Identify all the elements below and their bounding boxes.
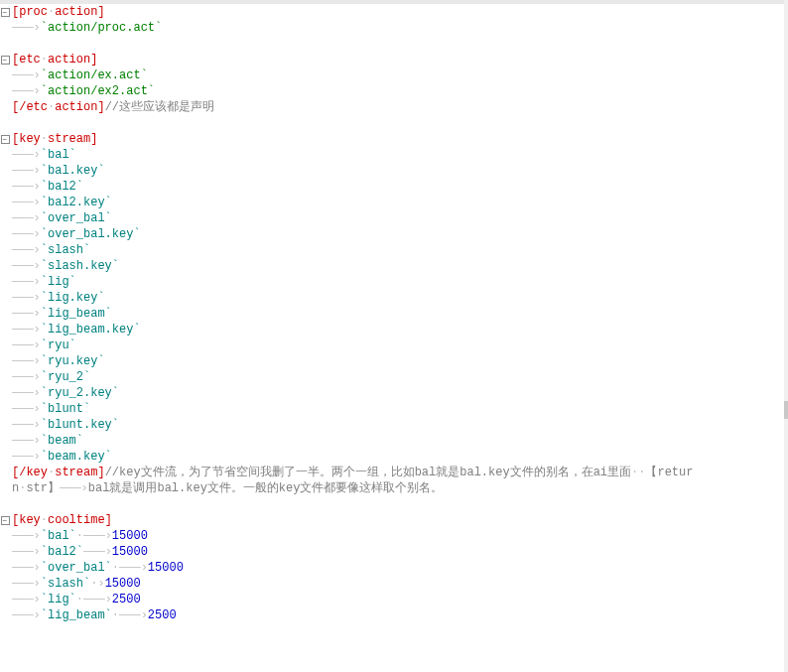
- vertical-scrollbar-track[interactable]: [784, 0, 788, 672]
- token: 【retur: [645, 466, 693, 479]
- token: ───›: [12, 21, 41, 35]
- code-line[interactable]: −[proc·action]: [0, 4, 784, 20]
- line-content: ───›`blunt`: [10, 401, 90, 417]
- token: ───›: [12, 545, 41, 559]
- code-line[interactable]: ───›`lig`·───›2500: [0, 592, 784, 607]
- code-line[interactable]: ───›`beam`: [0, 433, 784, 449]
- code-line[interactable]: ───›`beam.key`: [0, 449, 784, 465]
- token: ───›: [12, 164, 41, 178]
- fold-minus-icon[interactable]: −: [1, 135, 10, 144]
- token: ───›: [60, 481, 88, 495]
- code-line[interactable]: −[key·stream]: [0, 131, 784, 147]
- token: `ryu.key`: [41, 354, 105, 368]
- token: [/etc: [12, 100, 48, 114]
- line-content: ───›`bal2.key`: [10, 195, 112, 210]
- code-editor[interactable]: −[proc·action]───›`action/proc.act`−[etc…: [0, 4, 784, 672]
- code-line[interactable]: ───›`bal`: [0, 147, 784, 163]
- token: ··: [631, 466, 645, 479]
- code-line[interactable]: ───›`ryu_2`: [0, 369, 784, 385]
- token: ───›: [12, 529, 41, 543]
- token: [key: [12, 132, 41, 146]
- token: `slash.key`: [41, 259, 119, 273]
- token: ───›: [12, 593, 41, 606]
- line-content: ───›`over_bal.key`: [10, 226, 141, 242]
- code-line[interactable]: ───›`action/ex2.act`: [0, 83, 784, 99]
- code-line[interactable]: ───›`ryu.key`: [0, 353, 784, 369]
- token: ───›: [12, 386, 41, 400]
- code-line[interactable]: ───›`ryu_2.key`: [0, 385, 784, 401]
- token: `over_bal`: [41, 211, 112, 225]
- fold-gutter[interactable]: −: [0, 135, 10, 144]
- code-line[interactable]: ───›`bal`·───›15000: [0, 528, 784, 544]
- token: ·›: [90, 577, 104, 591]
- line-content: ───›`lig`: [10, 274, 76, 290]
- code-line[interactable]: ───›`action/ex.act`: [0, 67, 784, 83]
- token: ───›: [12, 68, 41, 82]
- token: ·───›: [76, 593, 112, 606]
- token: `over_bal`: [41, 561, 112, 575]
- code-line[interactable]: ───›`blunt.key`: [0, 417, 784, 433]
- line-content: ───›`lig_beam`: [10, 306, 112, 322]
- token: ───›: [12, 196, 41, 209]
- code-line[interactable]: [0, 36, 784, 52]
- token: `action/ex2.act`: [41, 84, 155, 98]
- fold-gutter[interactable]: −: [0, 56, 10, 65]
- line-content: ───›`action/ex2.act`: [10, 83, 155, 99]
- code-line[interactable]: ───›`lig.key`: [0, 290, 784, 306]
- fold-gutter[interactable]: −: [0, 8, 10, 17]
- code-line[interactable]: [0, 115, 784, 131]
- code-line[interactable]: ───›`lig_beam`: [0, 306, 784, 322]
- token: `blunt`: [41, 402, 90, 416]
- code-line[interactable]: ───›`ryu`: [0, 337, 784, 353]
- token: ·: [41, 132, 48, 146]
- token: ·───›: [76, 529, 112, 543]
- token: 15000: [112, 529, 148, 543]
- code-line[interactable]: ───›`over_bal.key`: [0, 226, 784, 242]
- token: `bal.key`: [41, 164, 105, 178]
- token: `bal2`: [41, 180, 83, 194]
- line-content: ───›`lig_beam.key`: [10, 322, 141, 337]
- code-line[interactable]: n·str】───›bal就是调用bal.key文件。一般的key文件都要像这样…: [0, 480, 784, 496]
- token: [key: [12, 513, 41, 527]
- code-line[interactable]: ───›`lig_beam.key`: [0, 322, 784, 337]
- code-line[interactable]: −[etc·action]: [0, 52, 784, 67]
- code-line[interactable]: ───›`blunt`: [0, 401, 784, 417]
- code-line[interactable]: ───›`lig_beam`·───›2500: [0, 607, 784, 623]
- code-line[interactable]: [/key·stream]//key文件流，为了节省空间我删了一半。两个一组，比…: [0, 465, 784, 480]
- code-line[interactable]: ───›`slash.key`: [0, 258, 784, 274]
- code-line[interactable]: ───›`lig`: [0, 274, 784, 290]
- token: str】: [26, 481, 60, 495]
- token: 2500: [148, 608, 177, 622]
- fold-minus-icon[interactable]: −: [1, 8, 10, 17]
- token: `bal2`: [41, 545, 83, 559]
- line-content: ───›`action/ex.act`: [10, 67, 148, 83]
- token: 15000: [148, 561, 184, 575]
- line-content: [/key·stream]//key文件流，为了节省空间我删了一半。两个一组，比…: [10, 465, 693, 480]
- line-content: ───›`action/proc.act`: [10, 20, 162, 36]
- code-line[interactable]: ───›`bal2`: [0, 179, 784, 195]
- code-line[interactable]: ───›`action/proc.act`: [0, 20, 784, 36]
- code-line[interactable]: ───›`slash`: [0, 242, 784, 258]
- token: [proc: [12, 5, 48, 19]
- token: `ryu`: [41, 338, 76, 352]
- token: `bal2.key`: [41, 196, 112, 209]
- code-line[interactable]: ───›`over_bal`: [0, 210, 784, 226]
- fold-minus-icon[interactable]: −: [1, 516, 10, 525]
- code-line[interactable]: ───›`slash`·›15000: [0, 576, 784, 592]
- fold-minus-icon[interactable]: −: [1, 56, 10, 65]
- code-line[interactable]: [0, 496, 784, 512]
- token: `lig.key`: [41, 291, 105, 305]
- code-line[interactable]: ───›`bal2.key`: [0, 195, 784, 210]
- code-line[interactable]: ───›`bal2`───›15000: [0, 544, 784, 560]
- token: ───›: [12, 450, 41, 464]
- vertical-scrollbar-marker[interactable]: [784, 401, 788, 419]
- code-line[interactable]: [/etc·action]//这些应该都是声明: [0, 99, 784, 115]
- token: `lig_beam`: [41, 608, 112, 622]
- token: `bal`: [41, 148, 76, 162]
- code-line[interactable]: ───›`bal.key`: [0, 163, 784, 179]
- code-line[interactable]: −[key·cooltime]: [0, 512, 784, 528]
- fold-gutter[interactable]: −: [0, 516, 10, 525]
- code-line[interactable]: ───›`over_bal`·───›15000: [0, 560, 784, 576]
- token: ───›: [12, 243, 41, 257]
- token: 15000: [105, 577, 141, 591]
